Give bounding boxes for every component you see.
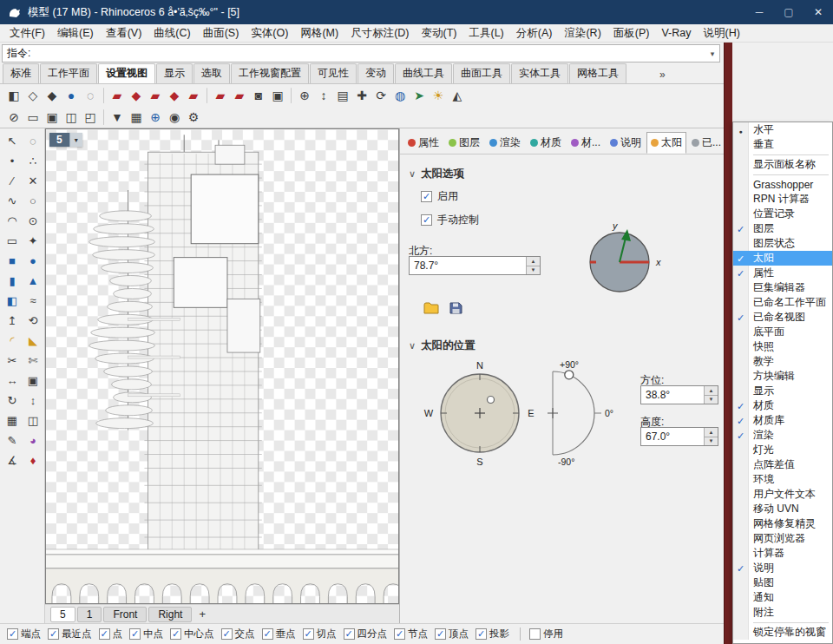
render-region-icon[interactable]: ♦ [23,450,43,470]
context-menu-item[interactable]: RPN 计算器 [733,192,832,207]
toolbar-tab[interactable]: 选取 [193,63,230,83]
rotate-icon[interactable]: ↻ [3,391,22,410]
rectangle-icon[interactable]: ▭ [3,231,22,250]
select-arrow-icon[interactable]: ↖ [3,131,22,150]
paint-icon[interactable]: ◕ [23,430,43,450]
named-views-icon[interactable]: ▤ [333,86,352,105]
toolbar-tab[interactable]: 网格工具 [569,63,626,83]
checkbox[interactable] [129,628,141,640]
tab-overflow-icon[interactable]: » [659,69,666,81]
context-menu-item[interactable]: 显示面板名称 [733,157,832,172]
azimuth-input[interactable]: 38.8° [640,385,718,404]
spin-up-icon[interactable] [705,386,718,395]
menu-bar-item[interactable]: 实体(O) [245,24,294,43]
red-view-icon-5[interactable]: ▰ [184,86,203,105]
context-menu-item[interactable]: 点阵差值 [733,457,832,472]
menu-bar-item[interactable]: 编辑(E) [51,24,100,43]
camera-icon[interactable]: ◙ [249,86,268,105]
north-input[interactable]: 78.7° [409,256,541,275]
spin-down-icon[interactable] [705,437,718,446]
context-menu-item[interactable]: 垂直 [733,137,832,152]
context-menu-item[interactable]: 灯光 [733,443,832,457]
revolve-icon[interactable]: ⟲ [23,311,43,330]
car-view-icon-2[interactable]: ▰ [230,86,249,105]
separator[interactable] [291,88,292,103]
context-menu-item[interactable]: 用户文件文本 [733,487,832,502]
cylinder-icon[interactable]: ▮ [3,271,22,290]
osnap-toggle[interactable]: 停用 [520,628,563,641]
loft-icon[interactable]: ≈ [23,291,43,310]
context-menu-item[interactable]: 锁定停靠的视窗 [733,625,832,640]
context-menu-item[interactable]: 渲染 [733,428,832,443]
spin-up-icon[interactable] [705,428,718,437]
spin-down-icon[interactable] [527,266,540,275]
menu-bar-item[interactable]: 工具(L) [462,24,509,43]
tab-named-views[interactable]: 已... [687,132,725,154]
context-menu-item[interactable]: 材质 [733,398,832,413]
osnap-toggle[interactable]: 中心点 [170,628,214,641]
disable-osnap-icon[interactable]: ⊘ [4,108,23,127]
azimuth-value[interactable]: 38.8° [641,386,704,404]
context-menu-item[interactable]: 环境 [733,472,832,487]
menu-bar-item[interactable]: 说明(H) [698,24,746,43]
context-menu-item[interactable]: 附注 [733,605,832,620]
fillet-icon[interactable]: ◜ [3,331,22,350]
red-view-icon-2[interactable]: ◆ [127,86,146,105]
command-input[interactable]: 指令: [2,44,720,62]
north-value[interactable]: 78.7° [410,257,526,274]
box-icon[interactable]: ■ [3,251,22,270]
context-menu-item[interactable]: 位置记录 [733,207,832,221]
menu-bar-item[interactable]: 面板(P) [607,24,656,43]
circle-icon[interactable]: ○ [23,191,43,210]
sun-option-row[interactable]: 手动控制 [421,213,479,227]
viewport-display-icon[interactable]: ◧ [4,86,23,105]
menu-bar-item[interactable]: V-Ray [655,25,697,41]
viewport-tab[interactable]: Front [103,607,147,622]
checkbox[interactable] [421,191,432,202]
context-menu-item[interactable]: 底平面 [733,325,832,339]
toolbar-tab[interactable]: 曲面工具 [453,63,510,83]
viewport-tab[interactable]: 1 [77,607,102,622]
surface-icon[interactable]: ◧ [3,291,22,310]
checkbox[interactable] [48,628,59,640]
context-menu-item[interactable]: 材质库 [733,413,832,428]
context-menu-item[interactable]: 贴图 [733,575,832,590]
line-icon[interactable]: ✕ [23,171,43,190]
mirror-icon[interactable]: ◫ [23,411,43,430]
red-view-icon-1[interactable]: ▰ [108,86,127,105]
docked-toolbar-strip[interactable] [724,43,732,644]
toolbar-tab[interactable]: 标准 [3,63,39,83]
context-menu-item[interactable]: 网页浏览器 [733,531,832,546]
context-menu-item[interactable]: 说明 [733,561,832,575]
checkbox[interactable] [476,628,487,640]
compass-target-icon[interactable]: ⊕ [295,86,314,105]
rotate-view-icon[interactable]: ⟳ [371,86,390,105]
tab-material-library[interactable]: 材... [567,132,605,154]
altitude-arc[interactable]: +90° 0° -90° [535,359,638,467]
sun-position-header[interactable]: ∨ 太阳的位置 [409,338,476,353]
viewport-rect-icon[interactable]: ▭ [23,108,43,127]
context-menu-item[interactable]: 已命名视图 [733,310,832,325]
sun-option-row[interactable]: 启用 [421,189,479,204]
ellipse-icon[interactable]: ⊙ [23,211,43,230]
context-menu-item[interactable]: 太阳 [733,251,832,266]
toolbar-tab[interactable]: 工作视窗配置 [231,63,309,83]
toolbar-tab[interactable]: 可见性 [310,63,357,83]
viewport-title-tab[interactable]: 5 [49,133,82,147]
osnap-toggle[interactable]: 四分点 [344,628,388,641]
north-compass[interactable]: y x [574,219,666,302]
checkbox[interactable] [99,628,110,640]
separator[interactable] [207,88,207,103]
menu-bar-item[interactable]: 曲线(C) [148,24,196,43]
tab-render[interactable]: 渲染 [485,132,525,154]
history-record-icon[interactable]: ◉ [165,108,184,127]
menu-bar-item[interactable]: 查看(V) [100,24,148,43]
menu-bar-item[interactable]: 分析(A) [510,24,559,43]
checkbox[interactable] [7,628,18,640]
command-dropdown-icon[interactable] [705,49,719,58]
settings-gear-icon[interactable]: ⚙ [184,108,203,127]
osnap-toggle[interactable]: 垂点 [262,628,296,641]
split-viewport-icon[interactable]: ◫ [62,108,81,127]
context-menu-item[interactable]: 已命名工作平面 [733,295,832,310]
extrude-icon[interactable]: ↥ [3,311,22,330]
